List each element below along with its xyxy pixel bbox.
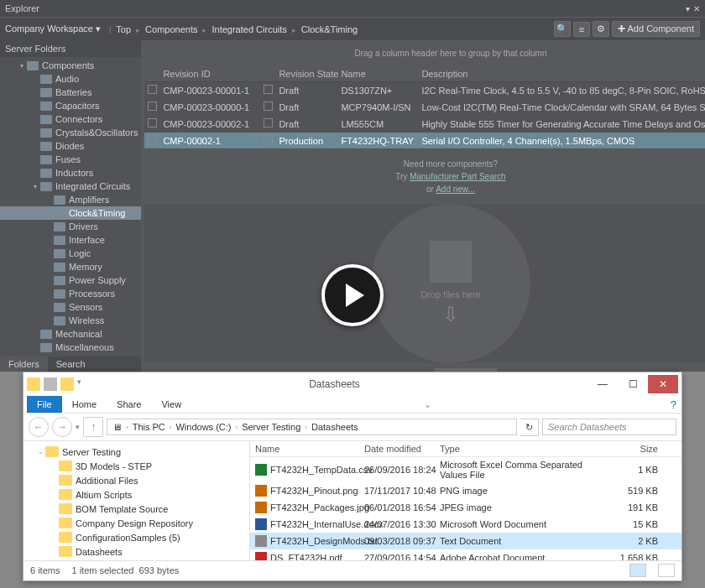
details-view-button[interactable] [629, 564, 646, 577]
address-crumb[interactable]: This PC [133, 422, 165, 432]
new-folder-icon[interactable] [60, 377, 74, 391]
col-revision-id[interactable]: Revision ID [163, 69, 264, 79]
tree-item[interactable]: Interface [0, 233, 141, 247]
tree-item[interactable]: Power Supply [0, 273, 141, 287]
breadcrumb-item[interactable]: Components [145, 24, 197, 34]
tab-search[interactable]: Search [48, 356, 94, 372]
file-row[interactable]: FT4232H_InternalUse.docx 24/07/2016 13:3… [250, 516, 682, 533]
breadcrumb-item[interactable]: Integrated Circuits [212, 24, 286, 34]
minimize-button[interactable]: — [588, 375, 618, 393]
filter-icon[interactable]: ≡ [573, 22, 590, 37]
forward-button[interactable]: → [52, 417, 72, 437]
tree-item[interactable]: Miscellaneous [0, 341, 141, 354]
breadcrumb-item[interactable]: Clock&Timing [301, 24, 358, 34]
tab-view[interactable]: View [151, 396, 191, 413]
nav-tree-item[interactable]: 3D Models - STEP [24, 459, 249, 473]
state-checkbox[interactable] [264, 118, 273, 127]
tree-item[interactable]: Capacitors [0, 99, 141, 112]
tab-folders[interactable]: Folders [0, 356, 48, 372]
folder-icon[interactable] [27, 377, 40, 391]
file-row[interactable]: FT4232H_DesignMods.txt 09/03/2018 09:37 … [250, 533, 682, 549]
tree-item[interactable]: Clock&Timing [0, 206, 141, 220]
tree-item[interactable]: Logic [0, 247, 141, 260]
nav-tree-item[interactable]: Company Design Repository [24, 516, 249, 530]
tree-item[interactable]: Amplifiers [0, 193, 141, 206]
grid-row[interactable]: CMP-00023-00001-1 Draft DS1307ZN+ I2C Re… [144, 82, 705, 99]
file-row[interactable]: FT4232H_TempData.csv 26/09/2016 18:24 Mi… [250, 457, 682, 482]
tree-item[interactable]: Sensors [0, 300, 141, 314]
tree-item[interactable]: Batteries [0, 86, 141, 99]
state-checkbox[interactable] [264, 135, 273, 144]
back-button[interactable]: ← [29, 417, 49, 437]
tree-item[interactable]: Crystals&Oscillators [0, 126, 141, 139]
tree-item[interactable]: ▾Integrated Circuits [0, 180, 141, 193]
grid-row[interactable]: CMP-00023-00002-1 Draft LM555CM Highly S… [144, 116, 705, 133]
nav-tree-item[interactable]: ConfigurationSamples (5) [24, 530, 249, 544]
col-description[interactable]: Description [421, 69, 705, 79]
add-component-button[interactable]: ✚ Add Component [612, 21, 700, 37]
properties-icon[interactable] [44, 377, 57, 391]
tree-item[interactable]: Processors [0, 287, 141, 300]
tree-item[interactable]: ▾Components [0, 59, 141, 72]
play-button[interactable] [321, 264, 384, 326]
breadcrumb-item[interactable]: Top [116, 24, 131, 34]
workspace-dropdown[interactable]: Company Workspace ▾ [5, 23, 104, 34]
drop-files-area[interactable]: Drop files here ⇩ [144, 204, 705, 363]
address-crumb[interactable]: Datasheets [311, 422, 358, 432]
tree-item[interactable]: Fuses [0, 153, 141, 166]
icons-view-button[interactable] [658, 564, 675, 577]
tab-file[interactable]: File [27, 396, 62, 413]
col-date[interactable]: Date modified [364, 444, 440, 454]
nav-tree-item[interactable]: Datasheets [24, 544, 249, 559]
address-crumb[interactable]: Windows (C:) [175, 422, 231, 432]
grid-row[interactable]: CMP-00023-00000-1 Draft MCP7940M-I/SN Lo… [144, 99, 705, 116]
tree-item[interactable]: Mechanical [0, 327, 141, 341]
col-type[interactable]: Type [440, 444, 608, 454]
nav-tree-item[interactable]: Additional Files [24, 473, 249, 487]
manufacturer-part-search-link[interactable]: Manufacturer Part Search [410, 172, 506, 181]
recent-dropdown-icon[interactable]: ▾ [76, 423, 80, 431]
tab-home[interactable]: Home [62, 396, 107, 413]
group-by-hint[interactable]: Drag a column header here to group by th… [144, 44, 705, 63]
row-checkbox[interactable] [148, 101, 157, 111]
tree-item[interactable]: Diodes [0, 139, 141, 153]
search-icon[interactable]: 🔍 [554, 21, 571, 37]
window-titlebar[interactable]: ▾ Datasheets — ☐ ✕ [24, 372, 682, 396]
file-row[interactable]: DS_FT4232H.pdf 27/09/2016 14:54 Adobe Ac… [250, 549, 682, 560]
close-icon[interactable]: ✕ [693, 4, 700, 13]
nav-tree-item[interactable]: BOM Template Source [24, 502, 249, 516]
address-crumb[interactable]: Server Testing [242, 422, 300, 432]
tree-item[interactable]: Inductors [0, 166, 141, 180]
tree-item[interactable]: Connectors [0, 112, 141, 126]
nav-tree-item[interactable]: Design Projects [24, 559, 249, 560]
address-input[interactable]: 🖥›This PC›Windows (C:)›Server Testing›Da… [107, 419, 517, 435]
nav-tree-item[interactable]: ⌄Server Testing [24, 445, 249, 459]
row-checkbox[interactable] [148, 85, 157, 94]
maximize-button[interactable]: ☐ [618, 375, 648, 393]
file-row[interactable]: FT4232H_Packages.jpg 06/01/2018 16:54 JP… [250, 499, 682, 516]
tree-item[interactable]: Memory [0, 260, 141, 273]
row-checkbox[interactable] [148, 135, 157, 144]
gear-icon[interactable]: ⚙ [593, 21, 609, 37]
row-checkbox[interactable] [148, 118, 157, 127]
tree-item[interactable]: Audio [0, 72, 141, 86]
sidebar-header[interactable]: Server Folders [0, 40, 141, 57]
refresh-button[interactable]: ↻ [520, 419, 539, 436]
state-checkbox[interactable] [264, 101, 273, 111]
close-button[interactable]: ✕ [648, 375, 678, 393]
help-icon[interactable]: ? [671, 398, 676, 411]
state-checkbox[interactable] [264, 85, 273, 94]
add-new-link[interactable]: Add new... [436, 185, 475, 194]
tree-item[interactable]: Drivers [0, 220, 141, 233]
col-revision-state[interactable]: Revision State [279, 69, 341, 79]
file-row[interactable]: FT4232H_Pinout.png 17/11/2017 10:48 PNG … [250, 482, 682, 499]
col-name[interactable]: Name [341, 69, 421, 79]
pin-icon[interactable]: ▾ [686, 4, 690, 13]
grid-row[interactable]: CMP-00002-1 Production FT4232HQ-TRAY Ser… [144, 133, 705, 149]
up-button[interactable]: ↑ [83, 417, 103, 437]
tree-item[interactable]: Wireless [0, 314, 141, 327]
tab-share[interactable]: Share [107, 396, 151, 413]
ribbon-expand-icon[interactable]: ⌄ [424, 399, 431, 410]
search-input[interactable]: Search Datasheets [542, 419, 676, 435]
col-name[interactable]: Name [255, 444, 364, 454]
